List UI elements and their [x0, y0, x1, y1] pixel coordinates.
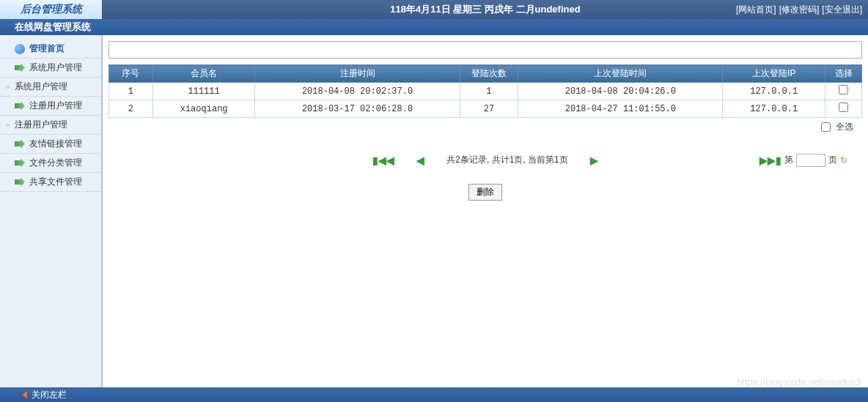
- site-home-link[interactable]: [网站首页]: [736, 4, 776, 16]
- sidebar: 管理首页 系统用户管理 系统用户管理 注册用户管理 注册用户管理 友情链接管理: [0, 35, 103, 387]
- watermark: https://blog.csdn.net/exodus3: [737, 376, 861, 387]
- close-sidebar-link[interactable]: 关闭左栏: [32, 389, 67, 401]
- cell-ip: 127.0.0.1: [723, 100, 825, 118]
- delete-button[interactable]: 删除: [468, 184, 502, 201]
- page-prefix: 第: [784, 154, 793, 166]
- pager-info: 共2条记录, 共计1页, 当前第1页: [446, 154, 567, 166]
- sub-header: 在线网盘管理系统: [0, 19, 868, 35]
- last-page-icon[interactable]: ▶▶▮: [760, 155, 781, 166]
- sidebar-item-label: 注册用户管理: [15, 119, 67, 131]
- arrow-icon: [15, 64, 25, 72]
- col-lasttime: 上次登陆时间: [518, 65, 723, 83]
- cell-name: 111111: [152, 83, 255, 100]
- col-ip: 上次登陆IP: [723, 65, 825, 83]
- select-all-label: 全选: [836, 122, 853, 132]
- sidebar-item-label: 注册用户管理: [29, 100, 82, 112]
- cell-regtime: 2018-04-08 20:02:37.0: [255, 83, 460, 100]
- col-regtime: 注册时间: [255, 65, 460, 83]
- sidebar-item-reguser[interactable]: 注册用户管理: [0, 97, 101, 116]
- sidebar-item-label: 友情链接管理: [29, 138, 82, 150]
- col-count: 登陆次数: [460, 65, 518, 83]
- cell-select: [825, 100, 862, 118]
- page-input[interactable]: [796, 154, 825, 167]
- cell-lasttime: 2018-04-27 11:01:55.0: [518, 100, 723, 118]
- system-title: 在线网盘管理系统: [15, 21, 91, 34]
- logo: 后台管理系统: [0, 0, 103, 19]
- sidebar-item-links[interactable]: 友情链接管理: [0, 135, 101, 154]
- arrow-icon: [15, 159, 25, 168]
- prev-page-icon[interactable]: ◀: [416, 155, 424, 166]
- content-area: 序号 会员名 注册时间 登陆次数 上次登陆时间 上次登陆IP 选择 1 1111…: [103, 35, 868, 387]
- select-all-row: 全选: [108, 118, 862, 136]
- cell-index: 1: [109, 83, 153, 100]
- cell-count: 1: [460, 83, 518, 100]
- change-password-link[interactable]: [修改密码]: [779, 4, 820, 16]
- collapse-icon[interactable]: [22, 391, 27, 398]
- search-bar[interactable]: [108, 41, 862, 59]
- pager: ▮◀◀ ◀ 共2条记录, 共计1页, 当前第1页 ▶ ▶▶▮ 第 页 ↻: [108, 151, 862, 169]
- sidebar-item-reguser-sub[interactable]: 注册用户管理: [0, 116, 101, 135]
- cell-count: 27: [460, 100, 518, 118]
- table-row: 2 xiaoqiang 2018-03-17 02:06:28.0 27 201…: [109, 100, 862, 118]
- logout-link[interactable]: [安全退出]: [822, 4, 862, 16]
- sidebar-item-label: 系统用户管理: [29, 62, 82, 74]
- sidebar-item-label: 系统用户管理: [15, 81, 67, 93]
- cell-lasttime: 2018-04-08 20:04:26.0: [518, 83, 723, 100]
- sidebar-item-label: 文件分类管理: [29, 157, 82, 169]
- sidebar-item-sysuser-sub[interactable]: 系统用户管理: [0, 78, 101, 97]
- cell-regtime: 2018-03-17 02:06:28.0: [255, 100, 460, 118]
- sidebar-item-sysuser[interactable]: 系统用户管理: [0, 59, 101, 78]
- top-bar: 后台管理系统 118年4月11日 星期三 丙戌年 二月undefined [网站…: [0, 0, 868, 19]
- cell-name: xiaoqiang: [152, 100, 255, 118]
- first-page-icon[interactable]: ▮◀◀: [372, 155, 394, 166]
- cell-ip: 127.0.0.1: [723, 83, 825, 100]
- arrow-icon: [15, 178, 25, 187]
- refresh-icon[interactable]: ↻: [840, 155, 847, 165]
- cell-select: [825, 83, 862, 100]
- page-suffix: 页: [828, 154, 837, 166]
- top-links: [网站首页] [修改密码] [安全退出]: [736, 0, 862, 19]
- col-index: 序号: [109, 65, 153, 83]
- arrow-icon: [15, 102, 25, 111]
- table-row: 1 111111 2018-04-08 20:02:37.0 1 2018-04…: [109, 83, 862, 100]
- action-row: 删除: [108, 184, 862, 201]
- sidebar-item-share[interactable]: 共享文件管理: [0, 173, 101, 192]
- cell-index: 2: [109, 100, 153, 118]
- sidebar-item-label: 管理首页: [29, 42, 65, 55]
- footer-bar: 关闭左栏: [0, 387, 868, 402]
- next-page-icon[interactable]: ▶: [590, 155, 598, 166]
- pager-jump: ▶▶▮ 第 页 ↻: [760, 154, 847, 167]
- user-table: 序号 会员名 注册时间 登陆次数 上次登陆时间 上次登陆IP 选择 1 1111…: [108, 64, 862, 118]
- table-header-row: 序号 会员名 注册时间 登陆次数 上次登陆时间 上次登陆IP 选择: [109, 65, 862, 83]
- col-name: 会员名: [152, 65, 255, 83]
- row-checkbox[interactable]: [839, 85, 848, 94]
- sidebar-item-label: 共享文件管理: [29, 176, 82, 188]
- sidebar-item-home[interactable]: 管理首页: [0, 40, 101, 59]
- col-select: 选择: [825, 65, 862, 83]
- sidebar-item-category[interactable]: 文件分类管理: [0, 154, 101, 173]
- globe-icon: [15, 44, 25, 54]
- row-checkbox[interactable]: [839, 103, 848, 112]
- arrow-icon: [15, 140, 25, 149]
- select-all-checkbox[interactable]: [821, 122, 831, 132]
